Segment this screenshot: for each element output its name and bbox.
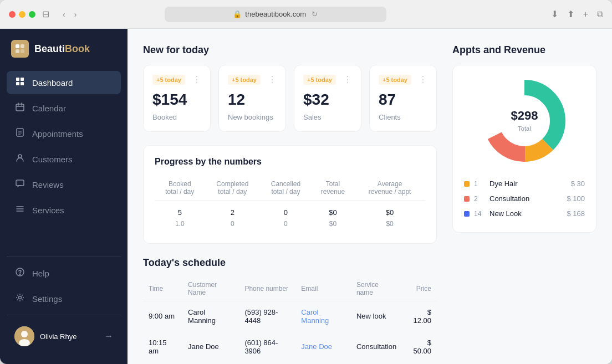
logo-text: BeautiBook [34,43,90,55]
refresh-icon[interactable]: ↻ [312,10,318,18]
stat-card-sales: +5 today ⋮ $32 Sales [294,65,361,132]
download-button[interactable]: ⬇ [551,9,558,19]
card-value: 12 [228,90,277,109]
settings-icon [14,293,26,304]
svg-rect-4 [16,78,19,81]
card-label: Clients [379,112,427,122]
svg-point-25 [21,331,28,337]
svg-point-16 [18,155,22,158]
duplicate-tab-button[interactable]: ⧉ [597,9,603,19]
card-menu-icon[interactable]: ⋮ [419,74,427,85]
sidebar-item-services[interactable]: Services [7,198,121,222]
back-button[interactable]: ‹ [60,9,68,20]
progress-header-revenue: Totalrevenue [312,176,354,201]
svg-point-22 [19,274,20,274]
main-left: New for today +5 today ⋮ $154 Booked [143,44,437,362]
logo-icon [11,40,29,58]
legend-item-consultation: 2 Consultation $ 100 [464,191,585,206]
legend-price: $ 100 [567,194,585,203]
progress-val-booked: 5 [155,200,205,219]
sidebar-divider-2 [7,315,121,315]
url-text: thebeautibook.com [245,10,306,18]
app-body: BeautiBook Dashboard [0,29,612,364]
main-right: Appts and Revenue [452,44,596,362]
card-badge: +5 today [228,75,261,85]
legend-name: Dye Hair [489,180,567,188]
card-header: +5 today ⋮ [303,74,352,85]
sidebar-item-reviews[interactable]: Reviews [7,173,121,196]
browser-chrome: ⊟ ‹ › 🔒 thebeautibook.com ↻ ⬇ ⬆ + ⧉ [0,0,612,29]
legend-dot [464,211,470,217]
schedule-email[interactable]: Jane Doe [295,331,351,362]
logout-button[interactable]: → [104,331,113,341]
browser-actions: ⬇ ⬆ + ⧉ [551,9,603,19]
sidebar-item-label: Dashboard [32,78,73,88]
progress-header-booked: Bookedtotal / day [155,176,205,201]
schedule-service: Consultation [351,331,402,362]
svg-rect-8 [16,104,24,111]
sidebar-item-help[interactable]: Help [7,262,121,285]
sidebar-bottom: Help Settings [0,252,128,353]
lock-icon: 🔒 [233,10,242,18]
browser-nav: ‹ › [60,9,79,20]
sidebar-user: Olivia Rhye → [7,320,121,353]
new-tab-button[interactable]: + [583,9,588,19]
sidebar-item-settings[interactable]: Settings [7,287,121,310]
legend-name: Consultation [489,194,562,203]
share-button[interactable]: ⬆ [567,9,574,19]
sidebar-item-label: Services [32,206,64,215]
card-menu-icon[interactable]: ⋮ [343,74,352,85]
reviews-icon [14,179,26,190]
user-name: Olivia Rhye [40,332,99,341]
card-menu-icon[interactable]: ⋮ [192,74,201,85]
donut-value: $298 [511,109,538,123]
customers-icon [14,153,26,165]
sidebar-toggle-button[interactable]: ⊟ [42,9,49,19]
sidebar-item-label: Settings [32,294,62,304]
card-menu-icon[interactable]: ⋮ [268,74,277,85]
card-label: Sales [303,112,352,122]
svg-rect-17 [16,180,24,186]
sidebar-item-calendar[interactable]: Calendar [7,96,121,120]
forward-button[interactable]: › [72,9,79,20]
progress-header-avg: Averagerevenue / appt [354,176,425,201]
schedule-time: 10:15 am [143,331,182,362]
sidebar-item-dashboard[interactable]: Dashboard [7,71,121,94]
address-bar[interactable]: 🔒 thebeautibook.com ↻ [165,7,386,22]
schedule-time: 9:00 am [143,301,182,331]
card-header: +5 today ⋮ [228,74,277,85]
sidebar-item-customers[interactable]: Customers [7,147,121,171]
cards-row: +5 today ⋮ $154 Booked +5 today ⋮ 12 [143,65,437,132]
close-button[interactable] [9,11,16,18]
maximize-button[interactable] [29,11,35,18]
schedule-phone: (601) 864-3906 [239,331,295,362]
legend-dot [464,181,470,187]
sidebar-item-appointments[interactable]: Appointments [7,122,121,145]
svg-rect-6 [16,82,19,85]
schedule-header-time: Time [143,276,182,301]
card-value: 87 [379,90,427,109]
svg-rect-5 [21,78,24,81]
legend-price: $ 30 [571,180,585,188]
progress-sub-avg: $0 [354,219,425,232]
progress-sub-booked: 1.0 [155,219,205,232]
minimize-button[interactable] [19,11,26,18]
legend-num: 2 [474,195,485,203]
card-badge: +5 today [152,75,185,85]
donut-chart: $298 Total [480,76,569,165]
schedule-title: Today's schedule [143,257,437,269]
schedule-phone: (593) 928-4448 [239,301,295,331]
stat-card-bookings: +5 today ⋮ 12 New bookings [218,65,286,132]
schedule-service: New look [351,301,402,331]
sidebar-nav: Dashboard Calendar [0,71,128,252]
card-header: +5 today ⋮ [152,74,201,85]
schedule-price: $ 12.00 [402,301,437,331]
sidebar-divider [7,257,121,257]
sidebar-item-label: Reviews [32,180,64,189]
schedule-header-price: Price [402,276,437,301]
sidebar-item-label: Customers [32,155,73,164]
sidebar-item-label: Help [32,269,49,278]
schedule-customer-name: Jane Doe [182,331,239,362]
legend-price: $ 168 [567,209,585,218]
schedule-email[interactable]: Carol Manning [295,301,351,331]
